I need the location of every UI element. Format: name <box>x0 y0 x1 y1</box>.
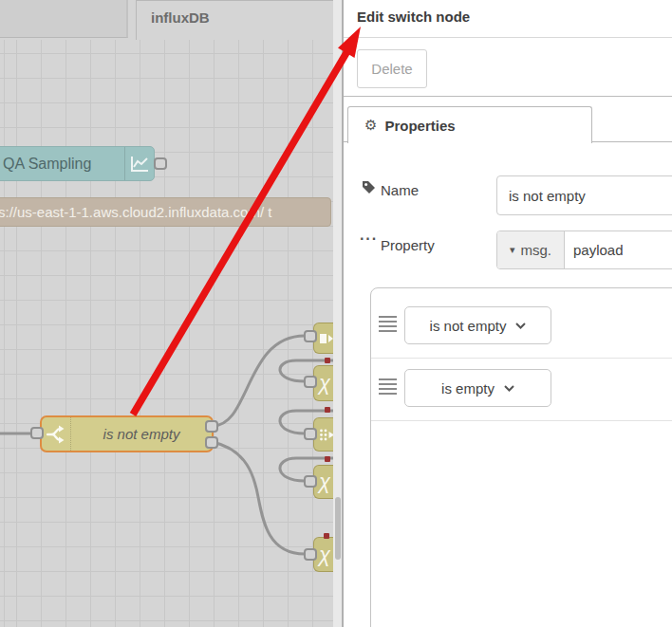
switch-output-port-1[interactable] <box>205 420 218 433</box>
node-influxdb[interactable]: s://us-east-1-1.aws.cloud2.influxdata.co… <box>0 197 331 227</box>
canvas-grid <box>0 40 333 627</box>
tab-label: influxDB <box>151 9 210 26</box>
caret-down-icon: ▾ <box>510 244 515 256</box>
tab-properties[interactable]: ⚙ Properties <box>347 106 592 143</box>
tray-title: Edit switch node <box>357 9 470 25</box>
side-node-3-input-port[interactable] <box>304 428 317 440</box>
node-red-editor: influxDB e QA Sampling <box>0 0 672 627</box>
chevron-down-icon <box>515 323 526 329</box>
property-type-label: msg. <box>521 242 552 258</box>
side-node-1-input-port[interactable] <box>304 330 317 342</box>
switch-output-port-2[interactable] <box>205 436 218 449</box>
node-label: is not empty <box>71 417 212 451</box>
dots-arrow-icon <box>319 428 333 442</box>
property-value-input[interactable]: payload <box>565 231 672 268</box>
drag-handle-icon[interactable] <box>379 378 397 397</box>
rules-container: is not empty is empty <box>370 287 672 627</box>
qa-sampling-output-port[interactable] <box>154 157 167 170</box>
node-label: s://us-east-1-1.aws.cloud2.influxdata.co… <box>0 204 271 220</box>
delete-button[interactable]: Delete <box>357 49 427 88</box>
switch-icon <box>42 417 71 451</box>
node-error-marker <box>324 533 329 539</box>
node-error-marker <box>325 407 330 413</box>
node-error-marker <box>325 358 330 363</box>
name-field-label: Name <box>381 182 419 198</box>
workspace-tab-unlabeled[interactable] <box>0 0 128 38</box>
rule-1-operator-select[interactable]: is not empty <box>404 306 551 344</box>
drag-handle-icon[interactable] <box>379 316 397 335</box>
rule-divider <box>371 358 672 359</box>
side-node-5-input-port[interactable] <box>304 548 317 561</box>
node-switch-selected[interactable]: is not empty <box>40 415 214 452</box>
workspace-tabbar: influxDB <box>0 0 333 40</box>
tray-header: Edit switch node <box>344 0 672 38</box>
canvas-vertical-scrollbar[interactable] <box>333 0 342 627</box>
node-error-marker <box>325 456 330 462</box>
chi-icon: χ <box>319 544 330 565</box>
tray-toolbar: Delete <box>344 39 672 97</box>
tab-label: Properties <box>384 118 455 134</box>
property-type-button[interactable]: ▾ msg. <box>497 231 565 268</box>
box-arrow-icon <box>319 332 333 345</box>
rule-operator-label: is empty <box>441 380 495 396</box>
property-field-label: Property <box>381 237 435 253</box>
side-node-4-input-port[interactable] <box>304 475 317 488</box>
edit-tray: Edit switch node Delete ⚙ Properties Nam… <box>342 0 672 627</box>
node-label: e QA Sampling <box>0 147 123 180</box>
workspace-tab-influxdb[interactable]: influxDB <box>136 0 333 40</box>
line-chart-icon <box>124 147 154 180</box>
chi-icon: χ <box>319 373 330 394</box>
name-input[interactable] <box>496 175 672 215</box>
side-node-2-input-port[interactable] <box>304 376 317 388</box>
property-typed-input: ▾ msg. payload <box>496 231 672 269</box>
flow-canvas[interactable]: influxDB e QA Sampling <box>0 0 333 627</box>
scrollbar-thumb[interactable] <box>335 497 341 560</box>
chi-icon: χ <box>319 471 330 492</box>
chevron-down-icon <box>504 385 514 392</box>
node-qa-sampling[interactable]: e QA Sampling <box>0 146 155 181</box>
rule-2-operator-select[interactable]: is empty <box>404 369 551 407</box>
ellipsis-icon: ··· <box>360 231 378 248</box>
gear-icon: ⚙ <box>364 117 377 134</box>
switch-input-port[interactable] <box>30 427 44 439</box>
rule-operator-label: is not empty <box>430 318 507 334</box>
tag-icon <box>362 180 376 194</box>
rule-divider <box>371 420 672 421</box>
